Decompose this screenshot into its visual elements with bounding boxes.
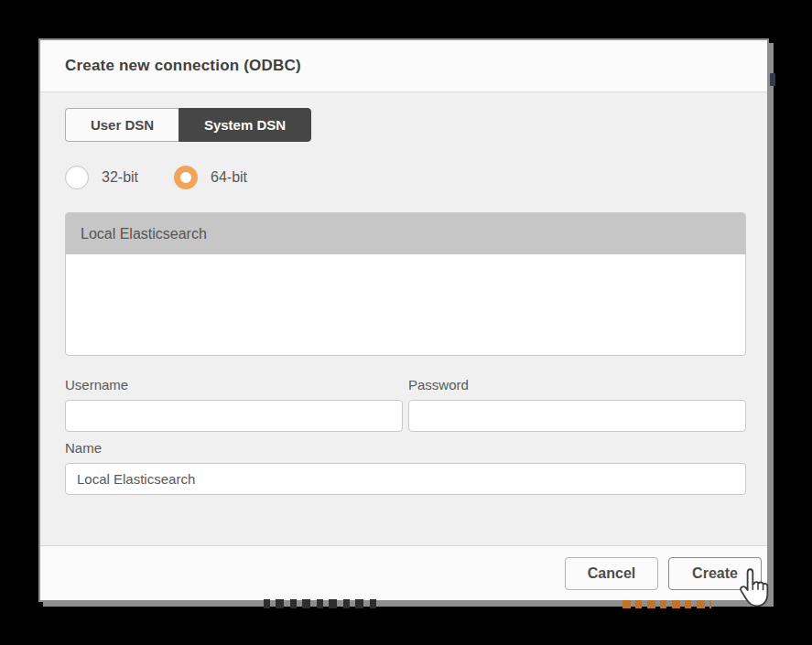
name-input[interactable] (65, 463, 746, 495)
username-label: Username (65, 377, 403, 392)
dialog-header: Create new connection (ODBC) (40, 40, 767, 92)
create-connection-dialog: Create new connection (ODBC) User DSN Sy… (38, 38, 769, 602)
tab-system-dsn[interactable]: System DSN (179, 108, 311, 142)
dialog-footer: Cancel Create (40, 545, 767, 600)
dsn-tab-group: User DSN System DSN (65, 108, 742, 142)
radio-32bit[interactable] (65, 166, 89, 189)
tab-system-dsn-label: System DSN (204, 117, 286, 133)
credential-fields: Username Password Name (65, 377, 746, 495)
list-item-label: Local Elasticsearch (81, 226, 207, 242)
modal-backdrop: Create new connection (ODBC) User DSN Sy… (0, 0, 812, 645)
create-button[interactable]: Create (668, 557, 762, 590)
cancel-button[interactable]: Cancel (565, 557, 658, 590)
tab-user-dsn-label: User DSN (91, 117, 154, 133)
dialog-body: User DSN System DSN 32-bit 64-bit Local … (40, 92, 767, 495)
radio-32bit-label[interactable]: 32-bit (102, 169, 138, 186)
password-input[interactable] (408, 400, 746, 432)
tab-user-dsn[interactable]: User DSN (65, 108, 179, 142)
list-item-local-elasticsearch[interactable]: Local Elasticsearch (66, 213, 745, 254)
name-label: Name (65, 440, 746, 456)
background-page-orange-fragment (623, 600, 711, 608)
background-page-text-fragment (264, 599, 381, 608)
dialog-title: Create new connection (ODBC) (65, 57, 301, 75)
background-page-blue-fragment (770, 73, 775, 86)
username-input[interactable] (65, 400, 403, 432)
dsn-listbox: Local Elasticsearch (65, 212, 746, 356)
bitness-radio-group: 32-bit 64-bit (65, 165, 742, 189)
password-label: Password (408, 377, 746, 392)
radio-64bit[interactable] (174, 166, 198, 189)
radio-64bit-label[interactable]: 64-bit (211, 169, 247, 186)
